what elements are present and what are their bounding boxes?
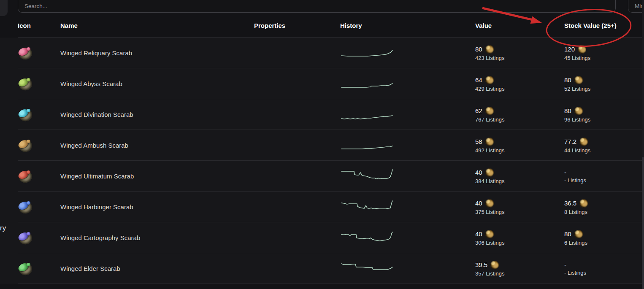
stock-value-cell: 80 52 Listings (564, 76, 644, 92)
header-history[interactable]: History (340, 22, 475, 29)
value-cell: 39.5 357 Listings (475, 261, 564, 277)
stock-listings: 96 Listings (564, 116, 644, 123)
header-value[interactable]: Value (475, 22, 564, 29)
header-name[interactable]: Name (60, 22, 254, 29)
table-row[interactable]: Winged Ambush Scarab 58 492 Listings 77.… (0, 130, 644, 161)
stock-value-cell: 77.2 44 Listings (564, 138, 644, 154)
scarab-icon (18, 46, 33, 61)
value-amount: 80 (475, 46, 482, 53)
table-row[interactable]: Winged Abyss Scarab 64 429 Listings 80 5… (0, 68, 644, 99)
stock-value-cell: 120 45 Listings (564, 45, 644, 61)
icon-cell (18, 76, 60, 92)
scarab-icon (18, 169, 33, 184)
divine-orb-icon (578, 45, 586, 54)
value-amount: 40 (475, 230, 482, 238)
item-name[interactable]: Winged Ambush Scarab (60, 142, 254, 149)
value-cell: 40 306 Listings (475, 230, 564, 246)
sparkline-path (341, 201, 392, 209)
stock-listings: 44 Listings (564, 147, 644, 154)
stock-listings: - Listings (564, 270, 644, 276)
value-amount: 39.5 (475, 261, 487, 268)
stock-amount: 80 (564, 76, 571, 84)
value-listings: 492 Listings (475, 147, 564, 154)
value-amount: 40 (475, 169, 482, 176)
table-row[interactable]: Winged Reliquary Scarab 80 423 Listings … (0, 38, 644, 68)
item-name[interactable]: Winged Elder Scarab (60, 265, 254, 272)
divine-orb-icon (490, 261, 499, 269)
value-amount: 62 (475, 107, 482, 114)
table-row[interactable]: Winged Ultimatum Scarab 40 384 Listings … (0, 161, 644, 192)
stock-value-cell: 80 6 Listings (564, 230, 644, 246)
table-body: Winged Reliquary Scarab 80 423 Listings … (0, 38, 644, 284)
stock-value-cell: - - Listings (564, 261, 644, 276)
item-name[interactable]: Winged Reliquary Scarab (60, 49, 254, 57)
header-stock-value[interactable]: Stock Value (25+) (564, 22, 644, 29)
value-listings: 357 Listings (475, 270, 564, 277)
sparkline-path (341, 170, 392, 179)
sparkline-path (341, 232, 392, 241)
item-name[interactable]: Winged Harbinger Scarab (60, 203, 254, 211)
value-cell: 64 429 Listings (475, 76, 564, 92)
divine-orb-icon (485, 107, 494, 115)
divine-orb-icon (485, 199, 494, 208)
value-cell: 62 767 Listings (475, 107, 564, 123)
history-cell (340, 74, 475, 93)
stock-amount: - (564, 261, 566, 268)
scarab-icon (18, 76, 33, 92)
stock-amount: - (564, 169, 566, 176)
sparkline-path (341, 116, 392, 119)
sparkline-path (341, 50, 392, 56)
value-listings: 767 Listings (475, 116, 564, 123)
value-amount: 64 (475, 76, 482, 84)
icon-cell (18, 46, 60, 61)
divine-orb-icon (485, 76, 494, 84)
divine-orb-icon (579, 199, 588, 208)
value-cell: 80 423 Listings (475, 45, 564, 61)
value-cell: 40 375 Listings (475, 199, 564, 215)
value-cell: 40 384 Listings (475, 168, 564, 184)
divine-orb-icon (579, 138, 588, 146)
sparkline-path (341, 264, 392, 270)
stock-amount: 80 (564, 230, 571, 238)
item-name[interactable]: Winged Divination Scarab (60, 111, 254, 118)
scarab-icon (18, 138, 33, 153)
icon-cell (18, 169, 60, 184)
value-cell: 58 492 Listings (475, 138, 564, 154)
divine-orb-icon (574, 107, 583, 115)
table-row[interactable]: Winged Cartography Scarab 40 306 Listing… (0, 222, 644, 253)
history-sparkline (340, 136, 394, 155)
divine-orb-icon (485, 138, 494, 146)
header-properties[interactable]: Properties (254, 22, 340, 29)
icon-cell (18, 200, 60, 215)
sparkline-path (341, 146, 392, 149)
table-header-row: Icon Name Properties History Value Stock… (0, 13, 644, 38)
stock-listings: - Listings (564, 177, 644, 184)
history-cell (340, 136, 475, 155)
divine-orb-icon (574, 230, 583, 238)
table-row[interactable]: Winged Harbinger Scarab 40 375 Listings … (0, 192, 644, 222)
history-sparkline (340, 228, 394, 247)
item-name[interactable]: Winged Cartography Scarab (60, 234, 254, 241)
scrollbar-thumb[interactable] (642, 157, 644, 289)
history-cell (340, 43, 475, 62)
divine-orb-icon (485, 168, 494, 177)
item-name[interactable]: Winged Abyss Scarab (60, 80, 254, 87)
history-sparkline (340, 105, 394, 124)
stock-amount: 77.2 (564, 138, 576, 145)
scarab-icon (18, 261, 33, 276)
history-cell (340, 197, 475, 216)
table-row[interactable]: Winged Divination Scarab 62 767 Listings… (0, 99, 644, 130)
stock-value-cell: - - Listings (564, 169, 644, 184)
value-listings: 423 Listings (475, 55, 564, 61)
history-sparkline (340, 167, 394, 186)
table-row[interactable]: Winged Elder Scarab 39.5 357 Listings - … (0, 253, 644, 284)
stock-amount: 36.5 (564, 200, 576, 207)
value-listings: 375 Listings (475, 209, 564, 215)
history-cell (340, 167, 475, 186)
header-icon[interactable]: Icon (18, 22, 60, 29)
search-input[interactable] (18, 0, 616, 13)
sparkline-path (341, 84, 392, 87)
item-name[interactable]: Winged Ultimatum Scarab (60, 173, 254, 180)
value-listings: 384 Listings (475, 178, 564, 184)
clipped-side-text: ry (0, 224, 6, 232)
